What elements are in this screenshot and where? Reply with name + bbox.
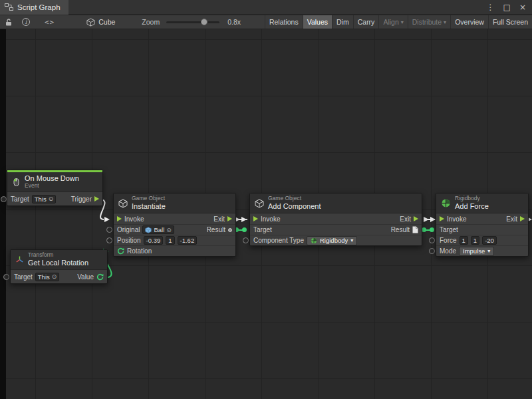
rigidbody-icon <box>441 198 451 208</box>
invoke-label: Invoke <box>447 215 466 223</box>
node-title: Instantiate <box>132 202 166 211</box>
original-object-field[interactable]: Ball ⊙ <box>142 225 174 234</box>
exit-output-port[interactable] <box>414 216 418 221</box>
port-force[interactable] <box>429 237 435 243</box>
maximize-button[interactable]: □ <box>503 3 511 12</box>
result-output-port[interactable] <box>412 226 418 233</box>
chevron-down-icon: ▾ <box>401 19 404 25</box>
node-category: Game Object <box>268 196 321 202</box>
info-icon[interactable]: i <box>22 18 30 26</box>
port-original-instantiate[interactable] <box>106 227 112 233</box>
mode-label: Mode <box>440 247 456 255</box>
transform-icon <box>15 255 24 264</box>
cube-graph-icon <box>86 18 95 27</box>
force-label: Force <box>440 237 457 244</box>
position-z-field[interactable]: -1.62 <box>178 236 198 245</box>
graph-breadcrumb[interactable]: Cube <box>86 18 115 27</box>
exit-label: Exit <box>400 215 411 223</box>
flow-arrow-into-add-component <box>241 217 247 222</box>
exit-output-port[interactable] <box>227 216 232 221</box>
target-object-field[interactable]: This ⊙ <box>32 195 57 203</box>
mouse-icon <box>12 178 21 187</box>
component-type-dropdown[interactable]: Rigidbody ▾ <box>307 236 357 245</box>
port-target-on-mouse-down[interactable] <box>1 196 7 202</box>
position-x-field[interactable]: -0.39 <box>144 236 164 245</box>
zoom-label: Zoom <box>142 18 160 26</box>
exit-output-port[interactable] <box>520 216 525 221</box>
value-label: Value <box>77 273 94 281</box>
position-y-field[interactable]: 1 <box>166 236 174 245</box>
node-category: Rigidbody <box>455 196 489 202</box>
exit-label: Exit <box>506 215 517 223</box>
invoke-input-port[interactable] <box>253 216 258 221</box>
force-mode-dropdown[interactable]: Impulse ▾ <box>459 247 494 256</box>
object-picker-icon[interactable]: ⊙ <box>52 273 57 280</box>
window-controls: ⋮ □ × <box>487 3 532 12</box>
node-instantiate[interactable]: Game Object Instantiate Invoke Exit Orig… <box>113 193 236 257</box>
toolbar-buttons: Relations Values Dim Carry Align▾ Distri… <box>265 15 532 29</box>
chevron-down-icon: ▾ <box>487 248 490 254</box>
graph-name: Cube <box>98 18 115 26</box>
result-output-port[interactable] <box>228 228 232 232</box>
port-target-get-local-rotation[interactable] <box>3 274 9 280</box>
titlebar: Script Graph ⋮ □ × <box>0 0 532 15</box>
lock-icon[interactable] <box>5 18 13 27</box>
object-picker-icon[interactable]: ⊙ <box>49 196 54 202</box>
value-dot-target-in <box>242 227 247 232</box>
prefab-cube-icon <box>145 227 152 233</box>
tab-script-graph[interactable]: Script Graph <box>0 0 68 15</box>
rigidbody-icon <box>311 237 317 244</box>
close-button[interactable]: × <box>519 3 526 12</box>
target-object-field[interactable]: This ⊙ <box>35 273 60 281</box>
exit-label: Exit <box>213 215 225 223</box>
port-position-instantiate[interactable] <box>106 237 112 243</box>
toolbar-button-carry[interactable]: Carry <box>353 15 379 29</box>
code-icon[interactable]: <> <box>45 18 55 27</box>
toolbar-button-fullscreen[interactable]: Full Screen <box>488 15 532 29</box>
window-menu-button[interactable]: ⋮ <box>487 3 495 12</box>
node-add-force[interactable]: Rigidbody Add Force Invoke Exit Target <box>436 193 529 257</box>
port-mode[interactable] <box>429 248 435 254</box>
graph-toolbar: i <> Cube Zoom 0.8x Relations Values Dim… <box>0 15 532 29</box>
trigger-label: Trigger <box>71 196 92 203</box>
node-category: Transform <box>28 252 88 259</box>
node-title: Get Local Rotation <box>28 259 88 267</box>
node-get-local-rotation[interactable]: Transform Get Local Rotation Target This… <box>10 249 108 284</box>
rotation-output-port[interactable] <box>96 273 104 281</box>
result-label: Result <box>391 226 410 233</box>
invoke-input-port[interactable] <box>117 216 122 221</box>
node-title: Add Component <box>268 202 321 211</box>
node-on-mouse-down[interactable]: On Mouse Down Event Target This ⊙ Trigge… <box>7 170 103 206</box>
zoom-slider-knob[interactable] <box>201 19 207 25</box>
object-picker-icon[interactable]: ⊙ <box>166 227 172 233</box>
target-label: Target <box>11 196 29 203</box>
position-label: Position <box>117 237 141 244</box>
flow-arrow-into-add-force <box>430 217 436 222</box>
graph-canvas[interactable]: On Mouse Down Event Target This ⊙ Trigge… <box>0 29 532 399</box>
node-add-component[interactable]: Game Object Add Component Invoke Exit Ta… <box>249 193 422 246</box>
toolbar-button-relations[interactable]: Relations <box>265 15 303 29</box>
toolbar-button-align[interactable]: Align▾ <box>378 15 407 29</box>
toolbar-button-overview[interactable]: Overview <box>450 15 488 29</box>
invoke-label: Invoke <box>261 215 280 223</box>
zoom-value: 0.8x <box>227 18 241 26</box>
invoke-input-port[interactable] <box>440 216 444 221</box>
port-component-type[interactable] <box>243 237 249 243</box>
target-label: Target <box>14 273 33 281</box>
force-x-field[interactable]: 1 <box>460 236 468 245</box>
chevron-down-icon: ▾ <box>350 237 353 243</box>
window-title: Script Graph <box>17 3 61 11</box>
force-y-field[interactable]: 1 <box>471 236 479 245</box>
target-label: Target <box>440 226 458 233</box>
result-label: Result <box>207 226 225 233</box>
force-z-field[interactable]: -20 <box>482 236 497 245</box>
toolbar-button-dim[interactable]: Dim <box>332 15 353 29</box>
chevron-down-icon: ▾ <box>444 19 446 25</box>
game-object-icon <box>255 199 264 208</box>
zoom-slider[interactable] <box>166 21 219 23</box>
value-dot-result-out <box>422 227 426 232</box>
trigger-output-port[interactable] <box>94 196 99 201</box>
toolbar-button-distribute[interactable]: Distribute▾ <box>408 15 450 29</box>
rotation-input-port[interactable] <box>117 247 124 255</box>
toolbar-button-values[interactable]: Values <box>303 15 332 29</box>
